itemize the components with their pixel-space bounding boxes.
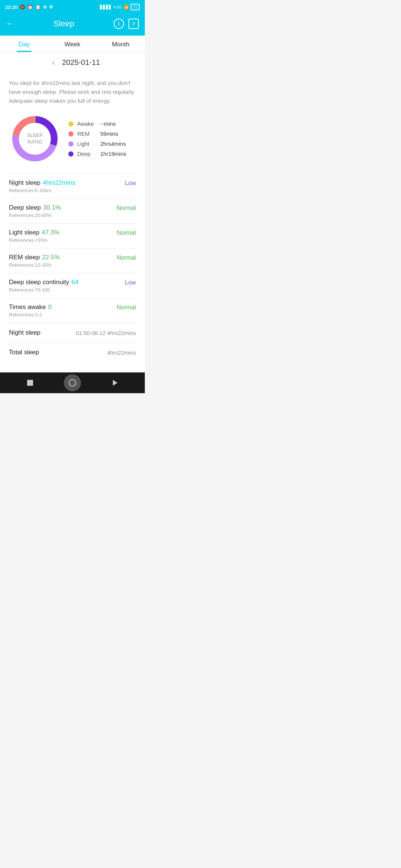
stat-night-sleep-status: Low: [125, 179, 136, 187]
sleep-ratio-chart: SLEEPRATIO: [9, 113, 61, 165]
stats-section: Night sleep 4hrs22mins References:6-10hr…: [9, 174, 136, 362]
svg-rect-5: [27, 380, 33, 386]
stat-deep-sleep-value: 30.1%: [43, 204, 61, 211]
stat-times-awake-title: Times awake: [9, 303, 46, 311]
deep-dot: [68, 151, 74, 157]
tab-day[interactable]: Day: [0, 36, 48, 52]
stat-deep-sleep-title: Deep sleep: [9, 204, 41, 211]
stat-deep-continuity-value: 64: [72, 279, 79, 286]
memo-icon: 📋: [35, 4, 41, 10]
stat-light-sleep: Light sleep 47.3% References:<55% Normal: [9, 223, 136, 248]
status-bar: 22:20 🔕 ⏰ 📋 ⊘ ⚙ ▋▋▋▋ 4.5G 📶 71: [0, 0, 145, 13]
summary-total-sleep-label: Total sleep: [9, 349, 39, 356]
stat-light-sleep-status: Normal: [117, 229, 136, 236]
header-left: ←: [6, 19, 14, 29]
legend-light: Light 2hrs4mins: [68, 141, 126, 147]
app-header: ← Sleep i 7: [0, 13, 145, 36]
stat-times-awake-left: Times awake 0 References:0-2: [9, 303, 52, 318]
stat-times-awake-status: Normal: [117, 303, 136, 311]
page-title: Sleep: [53, 19, 74, 29]
deep-value: 1hr19mins: [100, 151, 126, 157]
settings-icon: ⚙: [49, 4, 53, 10]
stat-rem-sleep-left: REM sleep 22.5% References:10-30%: [9, 254, 60, 268]
stat-night-sleep: Night sleep 4hrs22mins References:6-10hr…: [9, 174, 136, 198]
status-right: ▋▋▋▋ 4.5G 📶 71: [100, 4, 140, 10]
battery-icon: 71: [131, 4, 140, 10]
wifi-icon: 📶: [124, 5, 129, 10]
nav-home-inner: [69, 379, 76, 387]
stat-deep-sleep: Deep sleep 30.1% References:20-60% Norma…: [9, 198, 136, 223]
stat-deep-continuity-status: Low: [125, 279, 136, 286]
stat-night-sleep-value: 4hrs22mins: [43, 179, 75, 187]
summary-night-sleep: Night sleep 01:50-06:12 4hrs22mins: [9, 323, 136, 342]
main-content: ‹ 2025-01-11 You slept for 4hrs22mins la…: [0, 52, 145, 372]
sleep-card: You slept for 4hrs22mins last night, and…: [3, 73, 142, 369]
summary-total-sleep: Total sleep 4hrs22mins: [9, 342, 136, 362]
stat-times-awake-value: 0: [48, 303, 52, 311]
stat-rem-sleep-ref: References:10-30%: [9, 262, 60, 268]
summary-total-sleep-value: 4hrs22mins: [107, 349, 136, 356]
stat-deep-continuity-ref: References:70-100: [9, 287, 78, 293]
stat-light-sleep-ref: References:<55%: [9, 237, 59, 243]
deep-label: Deep: [77, 151, 97, 157]
legend-deep: Deep 1hr19mins: [68, 151, 126, 157]
summary-night-sleep-value: 01:50-06:12 4hrs22mins: [76, 330, 136, 336]
sleep-legend: Awake --mins REM 59mins Light 2hrs4mins …: [68, 121, 126, 157]
stat-deep-sleep-left: Deep sleep 30.1% References:20-60%: [9, 204, 61, 218]
stat-deep-continuity: Deep sleep continuity 64 References:70-1…: [9, 273, 136, 298]
calendar-button[interactable]: 7: [128, 19, 139, 29]
rem-value: 59mins: [100, 131, 118, 137]
awake-label: Awake: [77, 121, 97, 127]
signal-icon: ▋▋▋▋: [100, 5, 112, 10]
tab-bar: Day Week Month: [0, 36, 145, 52]
nav-recent-button[interactable]: [111, 379, 119, 387]
light-value: 2hrs4mins: [100, 141, 126, 147]
silent-icon: 🔕: [20, 4, 25, 10]
stat-light-sleep-left: Light sleep 47.3% References:<55%: [9, 229, 59, 243]
stat-night-sleep-title: Night sleep: [9, 179, 40, 187]
stat-rem-sleep-value: 22.5%: [42, 254, 60, 261]
network-icon: 4.5G: [114, 5, 122, 9]
stat-deep-sleep-ref: References:20-60%: [9, 213, 61, 218]
status-left: 22:20 🔕 ⏰ 📋 ⊘ ⚙: [5, 4, 53, 10]
rem-label: REM: [77, 131, 97, 137]
header-right: i 7: [114, 19, 139, 29]
date-navigation: ‹ 2025-01-11: [0, 52, 145, 73]
summary-night-sleep-label: Night sleep: [9, 329, 40, 336]
nav-home-button[interactable]: [64, 374, 81, 391]
light-dot: [68, 141, 74, 147]
awake-value: --mins: [100, 121, 116, 127]
stat-light-sleep-title: Light sleep: [9, 229, 39, 236]
stat-deep-continuity-title: Deep sleep continuity: [9, 279, 69, 286]
prev-date-button[interactable]: ‹: [45, 58, 62, 67]
tab-month[interactable]: Month: [97, 36, 145, 52]
run-icon: ⊘: [43, 4, 47, 10]
back-button[interactable]: ←: [6, 19, 14, 29]
stat-night-sleep-ref: References:6-10hrs: [9, 188, 75, 193]
tab-week[interactable]: Week: [48, 36, 97, 52]
nav-back-button[interactable]: [26, 379, 34, 387]
stat-night-sleep-left: Night sleep 4hrs22mins References:6-10hr…: [9, 179, 75, 193]
chart-area: SLEEPRATIO Awake --mins REM 59mins Light: [9, 113, 136, 165]
current-date: 2025-01-11: [62, 58, 100, 67]
stat-light-sleep-value: 47.3%: [42, 229, 59, 236]
stat-deep-continuity-left: Deep sleep continuity 64 References:70-1…: [9, 279, 78, 293]
donut-center-label: SLEEPRATIO: [27, 132, 43, 145]
stat-deep-sleep-status: Normal: [117, 204, 136, 211]
sleep-message: You slept for 4hrs22mins last night, and…: [9, 79, 136, 105]
info-button[interactable]: i: [114, 19, 124, 29]
awake-dot: [68, 121, 74, 126]
nav-bar: [0, 372, 145, 393]
alarm-icon: ⏰: [27, 4, 33, 10]
legend-awake: Awake --mins: [68, 121, 126, 127]
rem-dot: [68, 131, 74, 137]
svg-marker-6: [113, 380, 117, 386]
stat-rem-sleep: REM sleep 22.5% References:10-30% Normal: [9, 248, 136, 273]
stat-rem-sleep-title: REM sleep: [9, 254, 40, 261]
legend-rem: REM 59mins: [68, 131, 126, 137]
stat-times-awake-ref: References:0-2: [9, 312, 52, 318]
stat-rem-sleep-status: Normal: [117, 254, 136, 261]
status-time: 22:20: [5, 4, 17, 10]
light-label: Light: [77, 141, 97, 147]
stat-times-awake: Times awake 0 References:0-2 Normal: [9, 298, 136, 323]
